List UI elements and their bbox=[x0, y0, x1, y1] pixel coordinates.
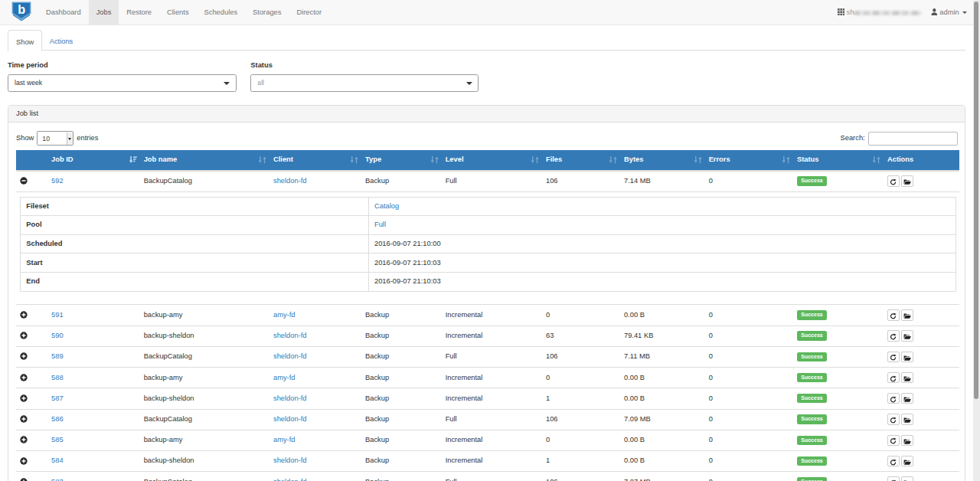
svg-text:b: b bbox=[18, 2, 25, 16]
